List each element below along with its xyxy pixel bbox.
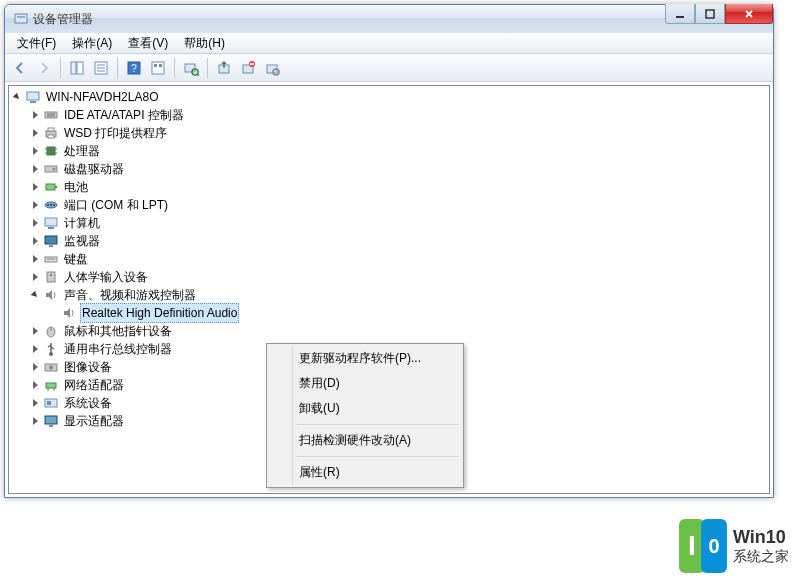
svg-rect-25 [30, 101, 36, 103]
context-menu-item[interactable]: 卸载(U) [269, 396, 461, 421]
tree-root[interactable]: WIN-NFAVDH2LA8O [9, 88, 769, 106]
tree-root-label: WIN-NFAVDH2LA8O [44, 88, 160, 106]
tree-category[interactable]: 人体学输入设备 [9, 268, 769, 286]
svg-rect-1 [17, 16, 25, 18]
expand-arrow-icon[interactable] [9, 89, 25, 105]
expand-arrow-icon[interactable] [27, 143, 43, 159]
disable-icon[interactable] [237, 57, 259, 79]
tree-category-label: 计算机 [62, 214, 102, 232]
context-menu-item[interactable]: 扫描检测硬件改动(A) [269, 428, 461, 453]
svg-rect-39 [46, 184, 55, 190]
computer-category-icon [43, 215, 59, 231]
monitor-icon [43, 233, 59, 249]
tree-category[interactable]: 电池 [9, 178, 769, 196]
help-icon[interactable]: ? [123, 57, 145, 79]
expand-arrow-icon[interactable] [27, 269, 43, 285]
tree-category[interactable]: 磁盘驱动器 [9, 160, 769, 178]
context-menu-item[interactable]: 禁用(D) [269, 371, 461, 396]
tree-category[interactable]: 鼠标和其他指针设备 [9, 322, 769, 340]
back-arrow-icon[interactable] [9, 57, 31, 79]
svg-rect-0 [15, 14, 27, 23]
svg-rect-62 [47, 401, 51, 405]
tree-category-label: 电池 [62, 178, 90, 196]
expand-arrow-icon[interactable] [27, 413, 43, 429]
expand-arrow-icon[interactable] [27, 197, 43, 213]
expand-arrow-icon[interactable] [27, 323, 43, 339]
tree-category-label: 系统设备 [62, 394, 114, 412]
scan-hardware-icon[interactable] [180, 57, 202, 79]
expand-arrow-icon [45, 305, 61, 321]
processor-icon [43, 143, 59, 159]
tree-category-label: 处理器 [62, 142, 102, 160]
window-icon [13, 11, 29, 27]
tree-category-label: WSD 打印提供程序 [62, 124, 169, 142]
tree-category[interactable]: 计算机 [9, 214, 769, 232]
expand-arrow-icon[interactable] [27, 377, 43, 393]
tree-category[interactable]: IDE ATA/ATAPI 控制器 [9, 106, 769, 124]
window-buttons [665, 4, 773, 24]
battery-icon [43, 179, 59, 195]
expand-arrow-icon[interactable] [27, 179, 43, 195]
tree-category[interactable]: WSD 打印提供程序 [9, 124, 769, 142]
minimize-button[interactable] [665, 4, 695, 24]
options-icon[interactable] [147, 57, 169, 79]
svg-rect-24 [27, 92, 39, 100]
tree-category-label: 显示适配器 [62, 412, 126, 430]
uninstall-icon[interactable] [261, 57, 283, 79]
expand-arrow-icon[interactable] [27, 125, 43, 141]
computer-icon [25, 89, 41, 105]
show-hide-tree-icon[interactable] [66, 57, 88, 79]
context-menu-separator [297, 424, 459, 425]
svg-line-17 [197, 74, 199, 76]
usb-icon [43, 341, 59, 357]
maximize-button[interactable] [695, 4, 725, 24]
properties-icon[interactable] [90, 57, 112, 79]
titlebar[interactable]: 设备管理器 [5, 5, 773, 33]
tree-device-label: Realtek High Definition Audio [80, 303, 239, 323]
svg-rect-3 [706, 10, 714, 18]
watermark: I 0 Win10 系统之家 [679, 519, 789, 573]
imaging-icon [43, 359, 59, 375]
menu-help[interactable]: 帮助(H) [176, 33, 233, 54]
menu-action[interactable]: 操作(A) [64, 33, 120, 54]
tree-category[interactable]: 端口 (COM 和 LPT) [9, 196, 769, 214]
tree-category-label: 端口 (COM 和 LPT) [62, 196, 170, 214]
tree-category-label: 通用串行总线控制器 [62, 340, 174, 358]
tree-device[interactable]: Realtek High Definition Audio [9, 304, 769, 322]
tree-category-label: 磁盘驱动器 [62, 160, 126, 178]
network-icon [43, 377, 59, 393]
svg-rect-46 [48, 227, 54, 229]
svg-point-38 [53, 168, 56, 171]
svg-rect-40 [55, 186, 57, 188]
context-menu-separator [297, 456, 459, 457]
tree-category[interactable]: 处理器 [9, 142, 769, 160]
expand-arrow-icon[interactable] [27, 215, 43, 231]
expand-arrow-icon[interactable] [27, 107, 43, 123]
close-button[interactable] [725, 4, 773, 24]
forward-arrow-icon[interactable] [33, 57, 55, 79]
tree-category[interactable]: 键盘 [9, 250, 769, 268]
svg-rect-15 [185, 64, 195, 72]
context-menu-item[interactable]: 属性(R) [269, 460, 461, 485]
expand-arrow-icon[interactable] [27, 287, 43, 303]
menu-view[interactable]: 查看(V) [120, 33, 176, 54]
expand-arrow-icon[interactable] [27, 341, 43, 357]
svg-rect-51 [47, 272, 55, 282]
update-driver-icon[interactable] [213, 57, 235, 79]
watermark-line2: 系统之家 [733, 548, 789, 565]
expand-arrow-icon[interactable] [27, 251, 43, 267]
mouse-icon [43, 323, 59, 339]
menu-file[interactable]: 文件(F) [9, 33, 64, 54]
context-menu-item[interactable]: 更新驱动程序软件(P)... [269, 346, 461, 371]
expand-arrow-icon[interactable] [27, 233, 43, 249]
expand-arrow-icon[interactable] [27, 161, 43, 177]
expand-arrow-icon[interactable] [27, 359, 43, 375]
expand-arrow-icon[interactable] [27, 395, 43, 411]
tree-category[interactable]: 监视器 [9, 232, 769, 250]
window-title: 设备管理器 [33, 11, 93, 28]
watermark-text: Win10 系统之家 [733, 527, 789, 565]
context-menu-gutter [267, 346, 293, 485]
tree-category[interactable]: 声音、视频和游戏控制器 [9, 286, 769, 304]
tree-category-label: 人体学输入设备 [62, 268, 150, 286]
svg-rect-5 [77, 62, 83, 74]
